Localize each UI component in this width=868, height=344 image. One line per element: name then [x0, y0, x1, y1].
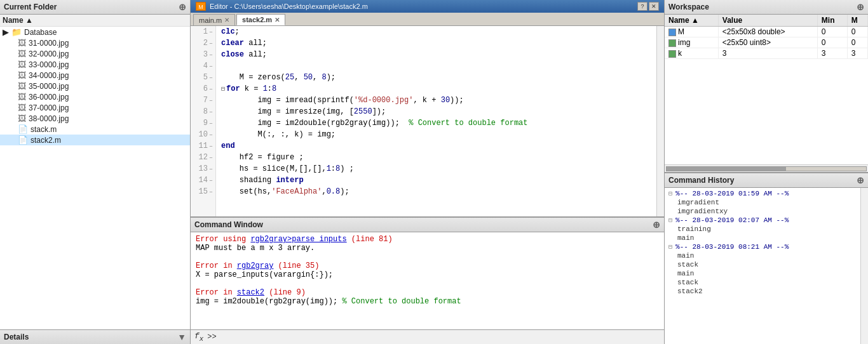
file-icon-33: 🖼: [18, 60, 26, 69]
command-body[interactable]: Error using rgb2gray>parse_inputs (line …: [191, 232, 664, 329]
right-panel: Workspace ⊕ Name ▲ Value Min M M: [665, 0, 868, 344]
history-group-3: ⊟ %-- 28-03-2019 08:21 AM --%: [665, 242, 860, 251]
cmd-line-6: img = im2double(rgb2gray(img)); % Conver…: [196, 297, 659, 306]
tree-item-34[interactable]: 🖼 34-0000.jpg: [0, 70, 190, 81]
history-item-stack1[interactable]: stack: [665, 260, 860, 269]
ln-15: 15 –: [191, 186, 215, 197]
tree-name-column: Name ▲: [3, 16, 187, 25]
code-line-10: M(:, :, k) = img;: [216, 129, 656, 140]
history-item-main2[interactable]: main: [665, 251, 860, 260]
history-item-main3[interactable]: main: [665, 269, 860, 278]
var-row-k[interactable]: k 3 3 3: [665, 48, 868, 59]
history-item-main1[interactable]: main: [665, 234, 860, 242]
tree-file-35: 35-0000.jpg: [29, 82, 69, 91]
code-line-9: img = im2double(rgb2gray(img)); % Conver…: [216, 117, 656, 129]
var-min-M: 0: [817, 27, 847, 37]
line-numbers: 1 – 2 – 3 – 4 – 5 – 6 – 7 – 8 – 9 – 10 –…: [191, 26, 216, 216]
editor-scrollbar[interactable]: [656, 26, 664, 216]
code-line-12: hf2 = figure ;: [216, 152, 656, 163]
code-line-15: set(hs,'FaceAlpha',0.8);: [216, 186, 656, 197]
history-collapse-1[interactable]: ⊟: [668, 190, 672, 197]
tree-item-35[interactable]: 🖼 35-0000.jpg: [0, 81, 190, 91]
editor-window: M Editor - C:\Users\sesha\Desktop\exampl…: [191, 0, 664, 217]
workspace-expand-icon[interactable]: ⊕: [857, 2, 864, 12]
ln-3: 3 –: [191, 49, 215, 60]
file-icon-31: 🖼: [18, 38, 26, 48]
workspace-scrollbar[interactable]: [665, 164, 868, 172]
history-item-stack2m[interactable]: stack2: [665, 287, 860, 296]
tree-file-34: 34-0000.jpg: [29, 71, 69, 80]
tree-item-root[interactable]: ▶ 📁 Database: [0, 27, 190, 37]
command-window: Command Window ⊕ Error using rgb2gray>pa…: [191, 217, 664, 344]
var-row-M[interactable]: M <25x50x8 double> 0 0: [665, 27, 868, 37]
history-timestamp-2: %-- 28-03-2019 02:07 AM --%: [675, 216, 789, 224]
editor-content: 1 – 2 – 3 – 4 – 5 – 6 – 7 – 8 – 9 – 10 –…: [191, 26, 664, 216]
cmd-line-1: Error using rgb2gray>parse_inputs (line …: [196, 235, 659, 244]
fx-label: fx: [194, 331, 203, 343]
code-line-5: M = zeros(25, 50, 8);: [216, 72, 656, 83]
tree-file-33: 33-0000.jpg: [29, 60, 69, 69]
history-scrollbar[interactable]: [860, 188, 868, 344]
history-collapse-2[interactable]: ⊟: [668, 216, 672, 224]
tab-stack2m-close[interactable]: ✕: [275, 17, 280, 23]
tree-item-33[interactable]: 🖼 33-0000.jpg: [0, 59, 190, 70]
var-row-img[interactable]: img <25x50 uint8> 0 0: [665, 37, 868, 48]
history-item-stack2[interactable]: stack: [665, 278, 860, 287]
ln-8: 8 –: [191, 106, 215, 117]
tree-file-stackm: stack.m: [31, 125, 57, 134]
col-value-header: Value: [718, 15, 817, 27]
tree-item-stack2m[interactable]: 📄 stack2.m: [0, 135, 190, 145]
err-link-stack2[interactable]: stack2: [237, 288, 264, 297]
tree-item-36[interactable]: 🖼 36-0000.jpg: [0, 91, 190, 102]
file-icon-38: 🖼: [18, 114, 26, 123]
var-min-k: 3: [817, 48, 847, 59]
history-item-training[interactable]: training: [665, 225, 860, 234]
tree-file-37: 37-0000.jpg: [29, 103, 69, 112]
col-max-header: M: [847, 15, 867, 27]
editor-help-btn[interactable]: ?: [637, 2, 648, 11]
command-window-expand-icon[interactable]: ⊕: [653, 220, 660, 230]
tab-stack2m[interactable]: stack2.m ✕: [236, 14, 285, 25]
current-folder-expand-icon[interactable]: ⊕: [179, 2, 186, 12]
code-line-8: img = imresize(img, [25 50]);: [216, 106, 656, 117]
code-line-4: [216, 60, 656, 72]
code-area[interactable]: clc; clear all; close all; M = zeros(25,…: [216, 26, 656, 216]
history-expand-icon[interactable]: ⊕: [857, 175, 864, 185]
tree-file-stack2m: stack2.m: [31, 136, 61, 145]
cmd-input[interactable]: [220, 333, 660, 341]
history-item-imgradientxy[interactable]: imgradientxy: [665, 207, 860, 216]
var-extra-img: 0: [847, 37, 867, 48]
tree-item-31[interactable]: 🖼 31-0000.jpg: [0, 37, 190, 48]
code-line-7: img = imread(sprintf('%d-0000.jpg', k + …: [216, 95, 656, 106]
current-folder-header: Current Folder ⊕: [0, 0, 190, 15]
current-folder-title: Current Folder: [4, 3, 57, 11]
tree-item-stackm[interactable]: 📄 stack.m: [0, 124, 190, 135]
ln-10: 10 –: [191, 129, 215, 140]
var-name-k: k: [665, 48, 718, 59]
err-link-rgb2gray[interactable]: rgb2gray: [237, 261, 274, 270]
workspace-table: Name ▲ Value Min M M <25x50x8 double> 0 …: [665, 15, 868, 164]
var-extra-M: 0: [847, 27, 867, 37]
tree-item-37[interactable]: 🖼 37-0000.jpg: [0, 102, 190, 113]
tree-root-label: Database: [24, 28, 57, 37]
details-label: Details: [4, 333, 29, 341]
history-timestamp-3: %-- 28-03-2019 08:21 AM --%: [675, 243, 789, 251]
tree-file-31: 31-0000.jpg: [29, 39, 69, 48]
tab-mainm-close[interactable]: ✕: [224, 17, 229, 23]
cmd-line-4: X = parse_inputs(varargin{:});: [196, 270, 659, 279]
history-collapse-3[interactable]: ⊟: [668, 243, 672, 251]
file-icon-32: 🖼: [18, 49, 26, 58]
tree-item-38[interactable]: 🖼 38-0000.jpg: [0, 113, 190, 124]
cmd-line-3: Error in rgb2gray (line 35): [196, 261, 659, 270]
editor-titlebar-left: M Editor - C:\Users\sesha\Desktop\exampl…: [196, 2, 368, 11]
var-extra-k: 3: [847, 48, 867, 59]
tree-item-32[interactable]: 🖼 32-0000.jpg: [0, 48, 190, 59]
workspace-panel: Workspace ⊕ Name ▲ Value Min M M: [665, 0, 868, 173]
col-min-header: Min: [817, 15, 847, 27]
editor-close-btn[interactable]: ✕: [649, 2, 659, 11]
tab-mainm[interactable]: main.m ✕: [193, 14, 235, 25]
details-expand-icon[interactable]: ▼: [177, 332, 186, 342]
history-item-imgradient[interactable]: imgradient: [665, 198, 860, 207]
err-link-rgb2gray-parse[interactable]: rgb2gray>parse_inputs: [250, 235, 346, 244]
history-body: ⊟ %-- 28-03-2019 01:59 AM --% imgradient…: [665, 188, 860, 344]
